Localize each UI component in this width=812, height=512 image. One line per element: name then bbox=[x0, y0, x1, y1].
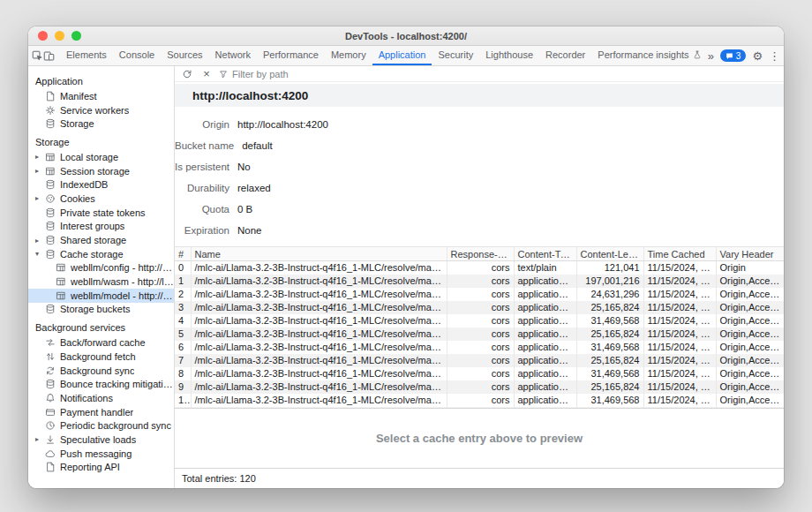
table-row[interactable]: 3/mlc-ai/Llama-3.2-3B-Instruct-q4f16_1-M… bbox=[175, 301, 784, 314]
column-header-name[interactable]: Name bbox=[191, 247, 447, 261]
table-row[interactable]: 6/mlc-ai/Llama-3.2-3B-Instruct-q4f16_1-M… bbox=[175, 341, 784, 354]
sidebar-item-speculative-loads[interactable]: ▸Speculative loads bbox=[28, 433, 174, 447]
sidebar-item-label: Storage bbox=[60, 118, 94, 129]
sidebar-item-webllm-config-http-loc[interactable]: webllm/config - http://loc… bbox=[28, 261, 174, 275]
column-header-index[interactable]: # bbox=[175, 247, 191, 261]
console-messages-badge[interactable]: 3 bbox=[720, 49, 747, 62]
document-icon bbox=[45, 91, 60, 102]
sidebar-item-session-storage[interactable]: ▸Session storage bbox=[28, 164, 174, 178]
cell-time-cached: 11/15/2024, 10… bbox=[643, 288, 716, 301]
tab-sources[interactable]: Sources bbox=[161, 46, 208, 65]
column-header-content-length[interactable]: Content-Length bbox=[576, 247, 643, 261]
speech-bubble-icon bbox=[726, 52, 733, 60]
sidebar-item-local-storage[interactable]: ▸Local storage bbox=[28, 150, 174, 164]
sidebar-item-background-fetch[interactable]: Background fetch bbox=[28, 350, 174, 364]
cell-content-length: 31,469,568 bbox=[576, 341, 643, 354]
tab-performance[interactable]: Performance bbox=[257, 46, 325, 65]
tab-lighthouse[interactable]: Lighthouse bbox=[479, 46, 539, 65]
sidebar-item-bounce-tracking-mitigations[interactable]: Bounce tracking mitigations bbox=[28, 377, 174, 391]
column-header-vary-header[interactable]: Vary Header bbox=[716, 247, 784, 261]
sidebar-item-back-forward-cache[interactable]: Back/forward cache bbox=[28, 335, 174, 350]
chevron-right-icon[interactable]: ▸ bbox=[35, 435, 45, 443]
sidebar-item-manifest[interactable]: Manifest bbox=[28, 89, 174, 103]
tab-network[interactable]: Network bbox=[209, 46, 257, 65]
cell-response-type: cors bbox=[447, 328, 514, 341]
inspect-element-icon[interactable] bbox=[32, 46, 43, 65]
cell-content-length: 31,469,568 bbox=[576, 367, 643, 380]
tab-security[interactable]: Security bbox=[432, 46, 479, 65]
cell-name: /mlc-ai/Llama-3.2-3B-Instruct-q4f16_1-ML… bbox=[191, 328, 447, 341]
table-row[interactable]: 9/mlc-ai/Llama-3.2-3B-Instruct-q4f16_1-M… bbox=[175, 380, 784, 394]
section-header-application[interactable]: Application bbox=[28, 75, 174, 87]
sidebar-item-label: Shared storage bbox=[60, 235, 126, 245]
table-row[interactable]: 8/mlc-ai/Llama-3.2-3B-Instruct-q4f16_1-M… bbox=[175, 367, 784, 380]
sidebar-item-label: Push messaging bbox=[60, 448, 132, 459]
tab-memory[interactable]: Memory bbox=[325, 46, 372, 65]
sidebar-item-storage[interactable]: Storage bbox=[28, 117, 174, 131]
sidebar-item-private-state-tokens[interactable]: Private state tokens bbox=[28, 206, 174, 220]
sidebar-item-payment-handler[interactable]: Payment handler bbox=[28, 405, 174, 419]
table-row[interactable]: 0/mlc-ai/Llama-3.2-3B-Instruct-q4f16_1-M… bbox=[175, 261, 784, 275]
delete-selected-icon[interactable]: × bbox=[199, 67, 214, 81]
table-row[interactable]: 4/mlc-ai/Llama-3.2-3B-Instruct-q4f16_1-M… bbox=[175, 314, 784, 328]
sidebar-item-reporting-api[interactable]: Reporting API bbox=[28, 461, 174, 475]
funnel-icon bbox=[219, 70, 228, 79]
chevron-right-icon[interactable]: ▸ bbox=[35, 153, 45, 161]
chevron-right-icon[interactable]: ▸ bbox=[35, 237, 45, 245]
table-row[interactable]: 7/mlc-ai/Llama-3.2-3B-Instruct-q4f16_1-M… bbox=[175, 354, 784, 367]
section-header-storage[interactable]: Storage bbox=[28, 136, 174, 148]
sidebar-item-webllm-wasm-http-loca[interactable]: webllm/wasm - http://loca… bbox=[28, 275, 174, 289]
cell-vary-header: Origin bbox=[716, 261, 784, 275]
tab-recorder[interactable]: Recorder bbox=[539, 46, 591, 65]
sidebar-item-label: Reporting API bbox=[60, 462, 120, 472]
sidebar-item-cookies[interactable]: ▸Cookies bbox=[28, 192, 174, 206]
detail-row-quota: Quota0 B bbox=[175, 199, 784, 220]
cell-index: 6 bbox=[175, 341, 191, 354]
sidebar-item-label: Storage buckets bbox=[60, 304, 131, 314]
sidebar-item-storage-buckets[interactable]: Storage buckets bbox=[28, 303, 174, 317]
column-header-time-cached[interactable]: Time Cached bbox=[643, 247, 716, 261]
tab-elements[interactable]: Elements bbox=[60, 46, 113, 65]
sidebar-item-webllm-model-http-loc[interactable]: webllm/model - http://loc… bbox=[28, 289, 174, 303]
more-tabs-icon[interactable]: » bbox=[708, 50, 714, 62]
sidebar-item-background-sync[interactable]: Background sync bbox=[28, 364, 174, 378]
more-options-icon[interactable]: ⋮ bbox=[769, 50, 780, 62]
chevron-down-icon[interactable]: ▾ bbox=[35, 250, 45, 258]
sidebar-item-indexeddb[interactable]: IndexedDB bbox=[28, 177, 174, 192]
tab-application[interactable]: Application bbox=[372, 46, 432, 65]
chevron-right-icon[interactable]: ▸ bbox=[35, 194, 45, 202]
tab-label: Sources bbox=[167, 49, 202, 60]
table-row[interactable]: 10/mlc-ai/Llama-3.2-3B-Instruct-q4f16_1-… bbox=[175, 394, 784, 407]
column-header-content-type[interactable]: Content-Type bbox=[514, 247, 576, 261]
tab-console[interactable]: Console bbox=[113, 46, 161, 65]
column-header-response-type[interactable]: Response-Type bbox=[447, 247, 514, 261]
settings-gear-icon[interactable]: ⚙ bbox=[752, 50, 763, 62]
section-header-background-services[interactable]: Background services bbox=[28, 321, 174, 334]
sidebar-item-label: Local storage bbox=[60, 152, 118, 162]
sidebar-item-label: Bounce tracking mitigations bbox=[60, 379, 174, 389]
cell-time-cached: 11/15/2024, 10… bbox=[643, 367, 716, 380]
tab-performance-insights[interactable]: Performance insights bbox=[591, 46, 707, 65]
table-row[interactable]: 2/mlc-ai/Llama-3.2-3B-Instruct-q4f16_1-M… bbox=[175, 288, 784, 301]
devtools-tab-strip: ElementsConsoleSourcesNetworkPerformance… bbox=[28, 46, 784, 66]
sidebar-item-shared-storage[interactable]: ▸Shared storage bbox=[28, 233, 174, 247]
updown-icon bbox=[45, 351, 60, 362]
sidebar-item-service-workers[interactable]: Service workers bbox=[28, 103, 174, 117]
device-toolbar-icon[interactable] bbox=[43, 46, 55, 65]
sidebar-item-interest-groups[interactable]: Interest groups bbox=[28, 220, 174, 234]
refresh-icon[interactable] bbox=[180, 67, 194, 81]
table-row[interactable]: 1/mlc-ai/Llama-3.2-3B-Instruct-q4f16_1-M… bbox=[175, 275, 784, 288]
sidebar-item-cache-storage[interactable]: ▾Cache storage bbox=[28, 247, 174, 261]
filter-by-path-input[interactable] bbox=[232, 69, 426, 79]
detail-label: Is persistent bbox=[175, 162, 229, 172]
table-row[interactable]: 5/mlc-ai/Llama-3.2-3B-Instruct-q4f16_1-M… bbox=[175, 328, 784, 341]
chevron-right-icon[interactable]: ▸ bbox=[35, 167, 45, 175]
cell-content-type: application/oc… bbox=[514, 341, 576, 354]
sidebar-item-label: IndexedDB bbox=[60, 179, 108, 190]
sidebar-item-periodic-background-sync[interactable]: Periodic background sync bbox=[28, 418, 174, 433]
sidebar-item-push-messaging[interactable]: Push messaging bbox=[28, 447, 174, 461]
table-icon bbox=[56, 290, 71, 301]
cell-index: 8 bbox=[175, 367, 191, 380]
sidebar-item-notifications[interactable]: Notifications bbox=[28, 391, 174, 405]
preview-placeholder-text: Select a cache entry above to preview bbox=[376, 432, 583, 445]
